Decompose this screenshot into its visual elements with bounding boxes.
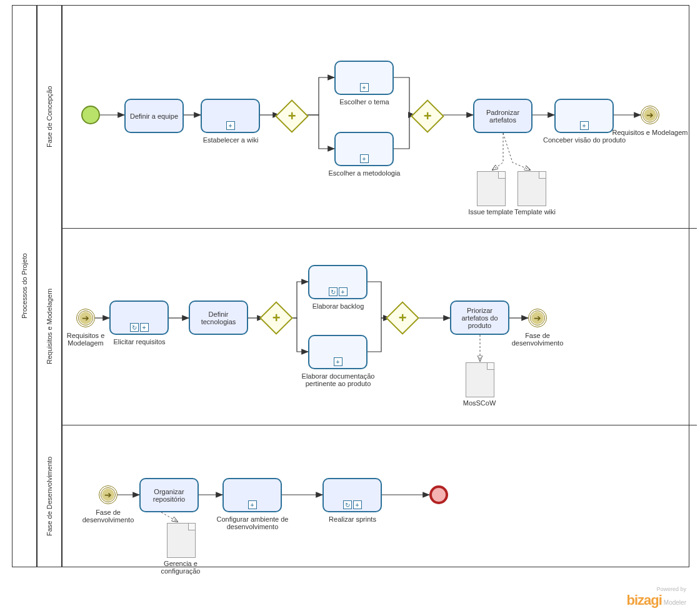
task-escolher-metodologia: + <box>334 132 394 166</box>
data-object <box>466 362 493 396</box>
branding-logo: Powered by bizagi Modeler <box>626 586 686 609</box>
task-label: Estabelecer a wiki <box>187 136 274 144</box>
subprocess-icon: + <box>580 121 589 130</box>
link-throw-event: ➔ <box>641 106 659 124</box>
task-elicitar-requisitos: ↻ + <box>109 301 169 335</box>
task-label: Escolher o tema <box>321 98 408 106</box>
parallel-gateway: + <box>280 104 304 128</box>
artifact-label: Template wiki <box>507 208 563 216</box>
plus-icon: + <box>272 310 281 326</box>
loop-icon: ↻ <box>329 287 338 296</box>
plus-icon: + <box>288 108 296 124</box>
task-priorizar-artefatos: Priorizar artefatos do produto <box>450 301 509 335</box>
task-label: Realizar sprints <box>309 515 396 523</box>
subprocess-icon: + <box>248 500 257 509</box>
lane1-title: Fase de Concepção <box>40 5 59 228</box>
brand-product: Modeler <box>664 599 686 606</box>
link-catch-event: ➔ <box>76 309 95 327</box>
link-catch-event: ➔ <box>99 485 118 504</box>
task-padronizar-artefatos: Padronizar artefatos <box>473 99 532 133</box>
link-throw-event: ➔ <box>528 309 547 327</box>
task-label: Escolher a metodologia <box>321 169 408 177</box>
task-escolher-tema: + <box>334 61 394 95</box>
task-label: Padronizar artefatos <box>477 109 529 124</box>
task-label: Organizar repositório <box>143 488 195 503</box>
task-configurar-ambiente: + <box>222 478 282 512</box>
task-elaborar-doc: + <box>308 335 368 369</box>
task-label: Priorizar artefatos do produto <box>454 307 506 329</box>
parallel-gateway: + <box>264 306 288 330</box>
lane2-title: Requisitos e Modelagem <box>40 228 59 425</box>
end-event <box>429 485 448 504</box>
artifact-label: Gerencia e configuração <box>149 560 212 575</box>
parallel-gateway: + <box>416 104 439 128</box>
pool-title: Processos do Projeto <box>15 5 34 567</box>
powered-by-label: Powered by <box>626 586 686 592</box>
parallel-gateway: + <box>391 306 414 330</box>
subprocess-icon: + <box>226 121 235 130</box>
task-label: Configurar ambiente de desenvolvimento <box>209 515 296 530</box>
subprocess-icon: + <box>353 500 362 509</box>
brand-name: bizagi <box>626 592 661 608</box>
task-definir-tecnologias: Definir tecnologias <box>189 301 248 335</box>
artifact-label: MosSCoW <box>436 399 523 407</box>
task-realizar-sprints: ↻ + <box>322 478 382 512</box>
task-label: Elaborar backlog <box>294 302 382 310</box>
task-label: Definir tecnologias <box>192 310 244 325</box>
task-conceber-visao: + <box>554 99 614 133</box>
event-label: Fase de desenvolvimento <box>74 509 142 524</box>
bpmn-diagram: Processos do Projeto Fase de Concepção R… <box>0 0 700 616</box>
task-organizar-repo: Organizar repositório <box>139 478 199 512</box>
data-object <box>167 523 194 557</box>
data-object <box>518 171 545 205</box>
task-elaborar-backlog: ↻ + <box>308 265 368 299</box>
task-label: Conceber visão do produto <box>541 136 628 144</box>
task-definir-equipe: Definir a equipe <box>124 99 184 133</box>
subprocess-icon: + <box>140 323 149 332</box>
event-label: Fase de desenvolvimento <box>503 332 572 347</box>
plus-icon: + <box>424 108 432 124</box>
task-label: Elaborar documentação pertinente ao prod… <box>291 372 385 387</box>
plus-icon: + <box>399 310 407 326</box>
task-label: Elicitar requisitos <box>96 338 183 345</box>
subprocess-icon: + <box>360 154 369 163</box>
subprocess-icon: + <box>334 357 342 366</box>
loop-icon: ↻ <box>130 323 139 332</box>
data-object <box>477 171 504 205</box>
task-label: Definir a equipe <box>130 112 178 120</box>
lane3-title: Fase de Desenvolvimento <box>40 425 59 567</box>
subprocess-icon: + <box>339 287 348 296</box>
event-label: Requisitos e Modelagem <box>606 129 694 136</box>
start-event <box>81 106 100 124</box>
loop-icon: ↻ <box>343 500 352 509</box>
subprocess-icon: + <box>360 83 369 92</box>
task-estabelecer-wiki: + <box>201 99 260 133</box>
